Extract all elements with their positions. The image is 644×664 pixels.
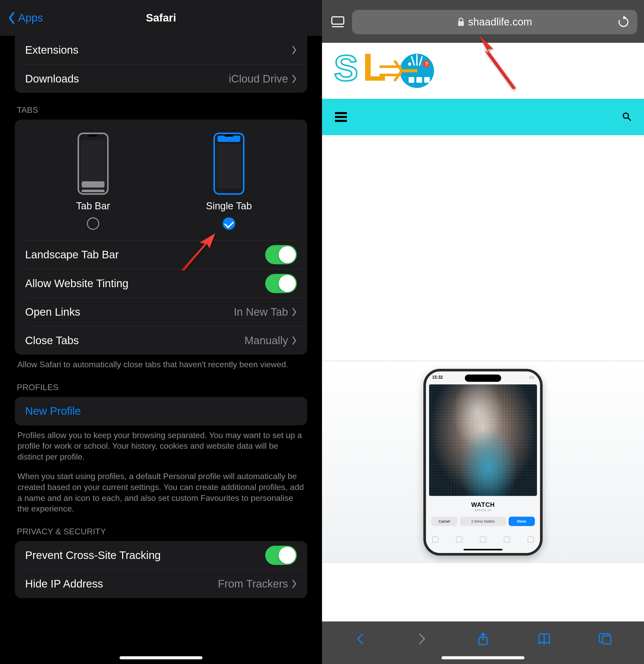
reload-button[interactable] [617, 16, 630, 28]
mock-time: 15:32 [432, 375, 443, 380]
landscape-tab-bar-row[interactable]: Landscape Tab Bar [15, 241, 307, 269]
option-label: Tab Bar [76, 201, 110, 212]
row-label: Allow Website Tinting [25, 277, 265, 290]
tabs-group: Tab Bar Single Tab Landscape Tab Bar [15, 120, 307, 355]
row-value: iCloud Drive [229, 72, 288, 85]
tab-layout-chooser: Tab Bar Single Tab [25, 120, 297, 241]
tab-bar-icon [78, 132, 109, 195]
lock-icon [457, 18, 465, 26]
watch-label: WATCH [426, 501, 540, 509]
tabs-footer: Allow Safari to automatically close tabs… [15, 355, 307, 370]
hide-ip-address-row[interactable]: Hide IP Address From Trackers [25, 569, 307, 598]
svg-rect-2 [458, 21, 464, 26]
watch-sub: SERIES 10 [426, 509, 540, 512]
page-title: Safari [146, 12, 176, 24]
nav-bar: Apps Safari [0, 0, 322, 36]
reload-icon [617, 16, 630, 28]
svg-rect-17 [602, 636, 611, 644]
profiles-header: PROFILES [15, 370, 307, 397]
share-icon [476, 632, 490, 646]
chevron-left-icon [8, 12, 16, 24]
chevron-right-icon [415, 632, 429, 646]
home-indicator[interactable] [442, 656, 524, 659]
new-profile-label: New Profile [25, 405, 297, 417]
nav-forward-button [413, 630, 430, 647]
profiles-footer-1: Profiles allow you to keep your browsing… [15, 426, 307, 462]
page-format-icon [331, 16, 345, 28]
single-tab-icon [213, 132, 244, 195]
site-menu-bar [322, 99, 644, 135]
row-label: Downloads [25, 72, 229, 85]
privacy-group: Prevent Cross-Site Tracking Hide IP Addr… [15, 541, 307, 598]
row-label: Hide IP Address [25, 578, 218, 590]
downloads-row[interactable]: Downloads iCloud Drive [25, 64, 307, 93]
row-value: Manually [244, 334, 288, 347]
chevron-right-icon [292, 336, 297, 345]
web-page[interactable]: S L ? [322, 43, 644, 621]
article-hero-image: 15:32􀙇􀛨 WATCH SERIES 10 Cancel 2 items h… [322, 361, 644, 563]
hamburger-button[interactable] [335, 110, 347, 124]
open-links-row[interactable]: Open Links In New Tab [25, 297, 307, 326]
row-label: Close Tabs [25, 334, 244, 347]
profiles-footer-2: When you start using profiles, a default… [15, 462, 307, 514]
chevron-left-icon [353, 632, 367, 646]
back-button[interactable]: Apps [8, 12, 43, 24]
tabs-icon [599, 632, 613, 646]
tabs-header: TABS [15, 93, 307, 120]
toggle-switch[interactable] [265, 245, 297, 264]
row-value: In New Tab [234, 306, 288, 318]
safari-pane: shaadlife.com S L ? [322, 0, 644, 664]
settings-pane: Apps Safari Extensions Downloads iCloud … [0, 0, 322, 664]
bookmarks-button[interactable] [536, 630, 553, 647]
new-profile-row[interactable]: New Profile [15, 397, 307, 426]
mock-hidden: 2 items hidden [460, 517, 506, 526]
allow-website-tinting-row[interactable]: Allow Website Tinting [25, 269, 307, 297]
general-group: Extensions Downloads iCloud Drive [15, 36, 307, 93]
iphone-mockup-icon: 15:32􀙇􀛨 WATCH SERIES 10 Cancel 2 items h… [423, 369, 543, 556]
nav-back-button[interactable] [352, 630, 369, 647]
svg-rect-0 [332, 17, 344, 24]
chevron-right-icon [292, 579, 297, 588]
svg-rect-11 [409, 77, 414, 83]
address-text: shaadlife.com [468, 16, 532, 28]
extensions-row[interactable]: Extensions [15, 36, 307, 64]
page-settings-button[interactable] [329, 13, 347, 31]
search-icon [622, 112, 631, 121]
chevron-right-icon [292, 308, 297, 316]
row-value: From Trackers [218, 578, 288, 590]
svg-rect-13 [424, 77, 430, 83]
shaadlife-logo-icon: S L ? [334, 52, 453, 88]
mock-cancel: Cancel [431, 517, 457, 526]
svg-rect-12 [416, 77, 422, 83]
tabs-button[interactable] [597, 630, 614, 647]
row-label: Open Links [25, 306, 234, 318]
svg-line-15 [628, 118, 630, 120]
share-button[interactable] [475, 630, 491, 647]
back-label: Apps [18, 12, 43, 24]
chevron-right-icon [292, 46, 297, 55]
tab-bar-option[interactable]: Tab Bar [25, 132, 161, 230]
prevent-cross-site-tracking-row[interactable]: Prevent Cross-Site Tracking [15, 541, 307, 569]
svg-text:S: S [334, 52, 358, 88]
radio-unselected-icon[interactable] [87, 217, 99, 230]
row-label: Landscape Tab Bar [25, 248, 265, 261]
svg-text:L: L [362, 52, 386, 88]
radio-selected-icon[interactable] [223, 217, 235, 230]
option-label: Single Tab [206, 201, 252, 212]
privacy-header: PRIVACY & SECURITY [15, 514, 307, 541]
row-label: Prevent Cross-Site Tracking [25, 549, 265, 562]
close-tabs-row[interactable]: Close Tabs Manually [25, 326, 307, 355]
home-indicator[interactable] [120, 656, 202, 659]
toggle-switch[interactable] [265, 274, 297, 293]
safari-address-bar-area: shaadlife.com [322, 0, 644, 43]
site-logo[interactable]: S L ? [322, 43, 644, 99]
address-bar[interactable]: shaadlife.com [352, 10, 637, 34]
book-icon [537, 632, 551, 646]
hamburger-icon [335, 112, 347, 114]
svg-text:?: ? [425, 61, 428, 67]
settings-scroll[interactable]: Extensions Downloads iCloud Drive TABS [0, 36, 322, 664]
toggle-switch[interactable] [265, 546, 297, 565]
single-tab-option[interactable]: Single Tab [161, 132, 297, 230]
site-search-button[interactable] [622, 112, 631, 122]
row-label: Extensions [25, 44, 292, 56]
